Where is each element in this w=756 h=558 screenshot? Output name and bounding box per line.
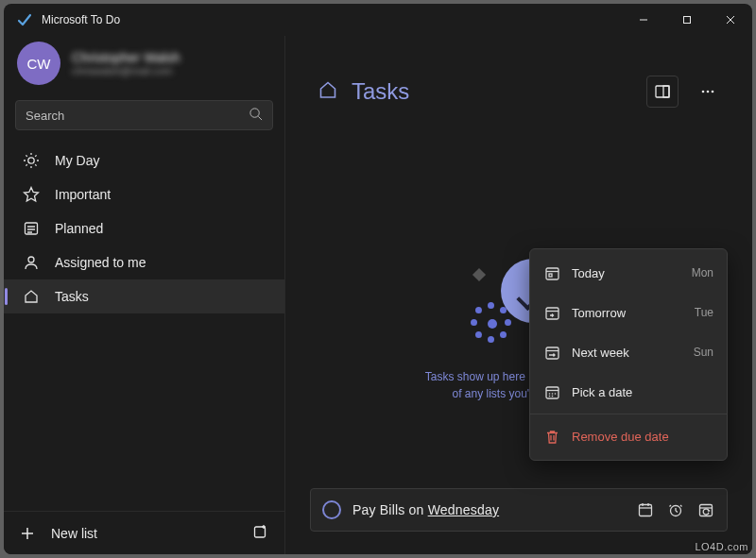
sidebar-item-planned[interactable]: Planned — [4, 211, 284, 245]
app-title: Microsoft To Do — [42, 13, 120, 26]
sun-icon — [23, 152, 40, 169]
svg-point-42 — [548, 395, 550, 397]
search-placeholder: Search — [26, 109, 249, 123]
svg-rect-32 — [549, 274, 552, 277]
popup-separator — [530, 414, 727, 414]
new-list-button[interactable]: New list — [51, 526, 97, 541]
home-icon — [318, 79, 338, 104]
svg-line-11 — [26, 155, 26, 156]
sidebar-item-label: Tasks — [55, 289, 89, 304]
svg-line-14 — [35, 155, 36, 156]
sidebar-item-label: Planned — [55, 221, 103, 236]
due-today[interactable]: Today Mon — [530, 253, 727, 293]
svg-point-4 — [250, 109, 259, 117]
svg-point-40 — [551, 393, 553, 395]
profile-name: Christopher Walsh — [72, 50, 180, 65]
calendar-tomorrow-icon — [543, 304, 560, 321]
new-group-button[interactable] — [252, 523, 269, 543]
calendar-pick-icon — [543, 383, 560, 400]
trash-icon — [543, 428, 560, 445]
svg-point-29 — [712, 91, 714, 93]
nav-list: My Day Important Planned Assigned to me … — [4, 140, 284, 511]
svg-point-28 — [707, 91, 710, 93]
task-input-text[interactable]: Pay Bills on Wednesday — [352, 502, 625, 517]
maximize-button[interactable] — [665, 4, 709, 36]
sidebar-item-label: Important — [55, 187, 111, 202]
close-button[interactable] — [709, 4, 752, 36]
svg-point-27 — [702, 91, 705, 93]
person-icon — [23, 254, 40, 271]
app-icon — [17, 12, 32, 27]
main-header: Tasks — [285, 36, 752, 117]
sidebar-item-important[interactable]: Important — [4, 178, 284, 211]
svg-rect-33 — [546, 308, 558, 319]
sidebar-item-label: My Day — [55, 153, 99, 168]
svg-rect-25 — [656, 86, 669, 97]
avatar: CW — [17, 42, 60, 85]
sidebar-item-my-day[interactable]: My Day — [4, 144, 284, 178]
sidebar-item-assigned[interactable]: Assigned to me — [4, 245, 284, 279]
more-button[interactable] — [692, 76, 724, 108]
task-radio-icon[interactable] — [322, 500, 341, 519]
svg-line-51 — [670, 505, 672, 507]
main-panel: Tasks — [285, 36, 752, 554]
sidebar-item-tasks[interactable]: Tasks — [4, 279, 284, 313]
add-task-input[interactable]: Pay Bills on Wednesday — [310, 488, 728, 532]
svg-line-52 — [680, 505, 682, 507]
svg-rect-1 — [684, 17, 691, 24]
svg-point-19 — [28, 257, 34, 262]
list-options-button[interactable] — [646, 76, 679, 108]
calendar-today-icon — [543, 264, 560, 281]
home-icon — [23, 288, 40, 305]
profile-section[interactable]: CW Christopher Walsh chriswalsh@mail.com — [4, 36, 284, 94]
minimize-button[interactable] — [622, 4, 665, 36]
watermark: LO4D.com — [695, 541, 748, 552]
svg-rect-44 — [640, 505, 652, 516]
calendar-nextweek-icon — [543, 344, 560, 361]
profile-email: chriswalsh@mail.com — [72, 65, 180, 76]
plus-icon — [19, 525, 36, 542]
titlebar: Microsoft To Do — [4, 4, 752, 36]
sidebar-footer: New list — [4, 511, 284, 554]
svg-rect-26 — [663, 86, 669, 97]
remove-due-date[interactable]: Remove due date — [530, 416, 727, 456]
svg-point-41 — [554, 393, 556, 395]
sidebar: CW Christopher Walsh chriswalsh@mail.com… — [4, 36, 285, 554]
calendar-list-icon — [23, 220, 40, 237]
svg-point-43 — [551, 395, 553, 397]
svg-line-50 — [676, 511, 678, 513]
due-date-button[interactable] — [636, 500, 655, 519]
search-icon — [249, 107, 263, 124]
search-input[interactable]: Search — [15, 100, 273, 130]
page-title: Tasks — [352, 78, 633, 105]
svg-point-6 — [28, 158, 34, 163]
svg-point-39 — [548, 393, 550, 395]
svg-line-5 — [258, 116, 262, 120]
svg-rect-35 — [546, 347, 558, 359]
repeat-button[interactable] — [696, 500, 715, 519]
app-window: Microsoft To Do CW Christopher Walsh chr… — [4, 4, 752, 554]
star-icon — [23, 186, 40, 203]
due-tomorrow[interactable]: Tomorrow Tue — [530, 293, 727, 332]
svg-line-13 — [26, 164, 26, 165]
sidebar-item-label: Assigned to me — [55, 255, 146, 270]
due-pick-date[interactable]: Pick a date — [530, 372, 727, 412]
due-next-week[interactable]: Next week Sun — [530, 332, 727, 372]
svg-line-12 — [35, 164, 36, 165]
due-date-popup: Today Mon Tomorrow Tue Next week Sun Pic… — [529, 248, 728, 461]
reminder-button[interactable] — [666, 500, 685, 519]
